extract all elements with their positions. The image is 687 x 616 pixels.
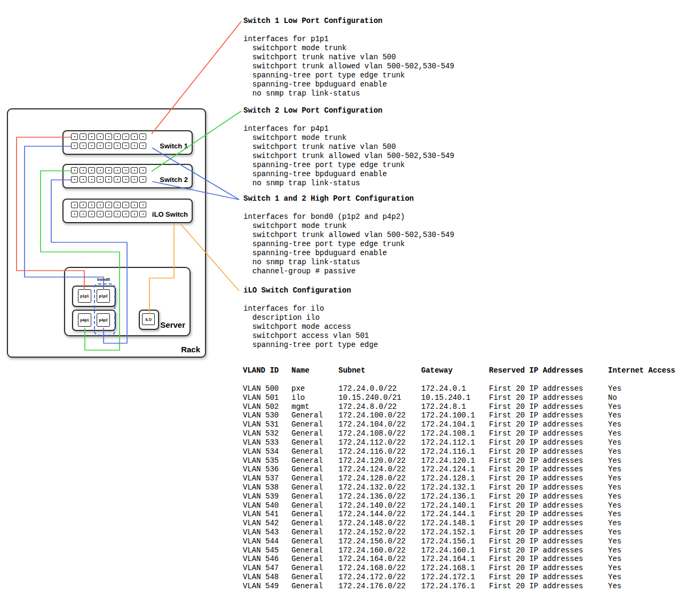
vlan-table-row: VLAN 536General172.24.124.0/22172.24.124… (243, 465, 687, 474)
vlan-cell: General (291, 447, 323, 456)
vlan-cell: First 20 IP addresses (489, 456, 583, 465)
vlan-cell: VLAN 542 (243, 519, 279, 528)
vlan-cell: First 20 IP addresses (489, 492, 583, 501)
config-line: interfaces for bond0 (p1p2 and p4p2) (243, 212, 454, 222)
vlan-cell: First 20 IP addresses (489, 465, 583, 474)
config-block-ilo-switch: iLO Switch Configuration interfaces for … (243, 286, 378, 350)
switch-1-label: Switch 1 (160, 142, 188, 150)
vlan-cell: VLAN 533 (243, 438, 279, 447)
vlan-table-row: VLAN 548General172.24.172.0/22172.24.172… (243, 573, 687, 582)
vlan-cell: 172.24.124.1 (421, 465, 475, 474)
vlan-cell: Yes (608, 510, 621, 519)
vlan-cell: No (608, 393, 617, 402)
vlan-header-cell: Internet Access (608, 366, 675, 375)
vlan-cell: VLAN 539 (243, 492, 279, 501)
switch-port (114, 133, 121, 140)
vlan-table-row: VLAN 535General172.24.120.0/22172.24.120… (243, 456, 687, 465)
switch-port (131, 211, 138, 217)
vlan-cell: 172.24.8.1 (421, 402, 466, 412)
switch-port (71, 133, 78, 140)
vlan-cell: First 20 IP addresses (489, 564, 583, 573)
switch-2-port-row-top (71, 167, 146, 173)
switch-port (105, 211, 112, 217)
switch-port (122, 202, 129, 208)
vlan-cell: Yes (608, 528, 621, 537)
switch-port (97, 176, 104, 183)
config-line: spanning-tree bpduguard enable (243, 249, 454, 258)
vlan-cell: VLAN 531 (243, 420, 279, 429)
vlan-cell: First 20 IP addresses (489, 474, 583, 483)
switch-port (131, 143, 138, 149)
vlan-cell: 172.24.108.0/22 (338, 429, 406, 438)
vlan-cell: 172.24.0.0/22 (338, 384, 397, 393)
vlan-cell: 172.24.164.1 (421, 555, 475, 564)
vlan-cell: Yes (608, 384, 621, 393)
vlan-cell: 172.24.172.1 (421, 573, 475, 582)
vlan-cell: 172.24.120.0/22 (338, 456, 406, 465)
vlan-cell: First 20 IP addresses (489, 546, 583, 555)
switch-port (80, 133, 86, 140)
vlan-cell: 172.24.168.1 (421, 564, 475, 573)
vlan-cell: VLAN 540 (243, 501, 279, 510)
vlan-cell: 172.24.164.0/22 (338, 555, 406, 564)
vlan-cell: 172.24.148.1 (421, 519, 475, 528)
vlan-cell: VLAN 530 (243, 411, 279, 420)
vlan-table-row: VLAN 537General172.24.128.0/22172.24.128… (243, 474, 687, 483)
config-body: interfaces for ilo description ilo switc… (243, 304, 378, 350)
switch-port (139, 202, 146, 208)
vlan-cell: Yes (608, 402, 621, 412)
vlan-cell: Yes (608, 411, 621, 420)
config-line: interfaces for p1p1 (243, 35, 454, 44)
rack-label: Rack (181, 345, 200, 354)
vlan-cell: 172.24.128.1 (421, 474, 475, 483)
switch-port (114, 143, 121, 149)
vlan-cell: First 20 IP addresses (489, 429, 583, 438)
vlan-table-row: VLAN 547General172.24.168.0/22172.24.168… (243, 564, 687, 573)
vlan-cell: First 20 IP addresses (489, 573, 583, 582)
vlan-cell: General (291, 438, 323, 447)
switch-2-label: Switch 2 (160, 176, 188, 184)
switch-port (105, 202, 112, 208)
vlan-cell: 172.24.140.0/22 (338, 501, 406, 510)
switch-port (71, 176, 78, 183)
vlan-cell: VLAN 548 (243, 573, 279, 582)
vlan-cell: VLAN 535 (243, 456, 279, 465)
network-rack-diagram-page: Rack Switch 1 Switch 2 iLO Switch Server… (0, 0, 687, 616)
config-block-switch2-low: Switch 2 Low Port Configuration interfac… (243, 106, 454, 188)
config-line: spanning-tree port type edge (243, 341, 378, 350)
vlan-cell: First 20 IP addresses (489, 528, 583, 537)
vlan-header-cell: Reserved IP Addresses (489, 366, 583, 375)
vlan-cell: General (291, 519, 323, 528)
vlan-cell: First 20 IP addresses (489, 411, 583, 420)
config-line: switchport trunk allowed vlan 500-502,53… (243, 152, 454, 161)
vlan-cell: First 20 IP addresses (489, 483, 583, 492)
vlan-cell: VLAN 537 (243, 474, 279, 483)
config-line: switchport mode trunk (243, 222, 454, 231)
vlan-cell: 172.24.112.1 (421, 438, 475, 447)
vlan-cell: VLAN 534 (243, 447, 279, 456)
vlan-cell: 172.24.112.0/22 (338, 438, 406, 447)
vlan-table-row: VLAN 530General172.24.100.0/22172.24.100… (243, 411, 687, 420)
vlan-cell: Yes (608, 501, 621, 510)
config-block-high-port: Switch 1 and 2 High Port Configuration i… (243, 194, 454, 276)
vlan-cell: 172.24.160.1 (421, 546, 475, 555)
vlan-table-row: VLAN 542General172.24.148.0/22172.24.148… (243, 519, 687, 528)
vlan-cell: First 20 IP addresses (489, 537, 583, 546)
vlan-cell: Yes (608, 564, 621, 573)
vlan-header-cell: Subnet (338, 366, 365, 375)
config-line: no snmp trap link-status (243, 179, 454, 188)
vlan-cell: General (291, 546, 323, 555)
vlan-cell: 172.24.152.1 (421, 528, 475, 537)
vlan-cell: 172.24.132.1 (421, 483, 475, 492)
vlan-cell: VLAN 538 (243, 483, 279, 492)
vlan-cell: 172.24.100.1 (421, 411, 475, 420)
switch-port (88, 133, 95, 140)
vlan-cell: 172.24.8.0/22 (338, 402, 397, 412)
vlan-cell: General (291, 456, 323, 465)
switch-port (71, 167, 78, 173)
switch-port (80, 176, 86, 183)
vlan-table-row: VLAN 532General172.24.108.0/22172.24.108… (243, 429, 687, 438)
vlan-cell: First 20 IP addresses (489, 501, 583, 510)
switch-port (139, 167, 146, 173)
vlan-cell: 172.24.176.0/22 (338, 582, 406, 591)
